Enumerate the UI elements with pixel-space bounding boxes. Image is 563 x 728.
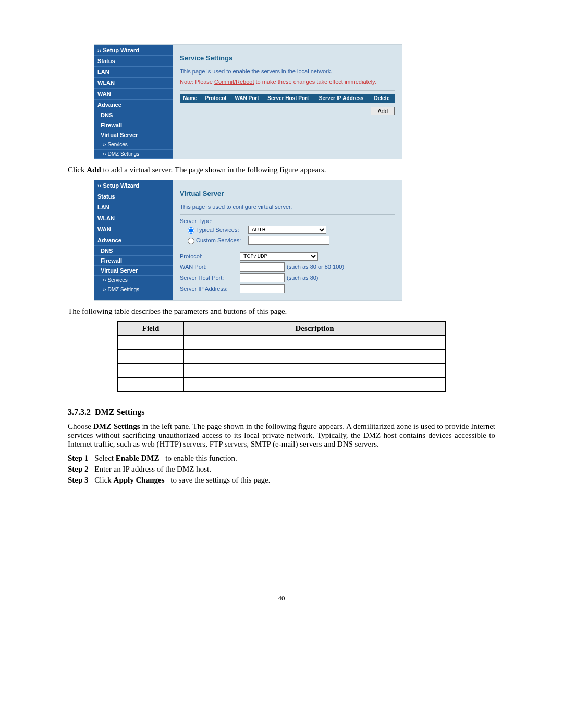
label-server-type: Server Type:	[180, 218, 240, 224]
label-server-host-port: Server Host Port:	[180, 275, 240, 281]
sidebar-lan[interactable]: LAN	[94, 202, 173, 213]
page-number: 40	[68, 594, 495, 602]
sidebar-status[interactable]: Status	[94, 191, 173, 202]
sidebar-setup-wizard[interactable]: ›› Setup Wizard	[94, 180, 173, 191]
sidebar: ›› Setup Wizard Status LAN WLAN WAN Adva…	[94, 180, 173, 300]
radio-custom-services[interactable]	[188, 238, 194, 244]
sidebar-status[interactable]: Status	[94, 56, 173, 67]
sidebar-wlan[interactable]: WLAN	[94, 213, 173, 224]
sidebar-dmz-settings[interactable]: ›› DMZ Settings	[94, 150, 173, 159]
th-wan-port: WAN Port	[231, 94, 264, 103]
table-row	[118, 336, 446, 350]
input-server-ip[interactable]	[240, 284, 285, 293]
heading-dmz-settings: 3.7.3.2 DMZ Settings	[68, 408, 495, 417]
th-protocol: Protocol	[202, 94, 232, 103]
step-2: Step 2 Enter an IP address of the DMZ ho…	[68, 465, 495, 474]
label-server-ip: Server IP Address:	[180, 286, 240, 292]
commit-reboot-link[interactable]: Commit/Reboot	[214, 79, 254, 85]
separator	[180, 214, 395, 215]
sidebar-dns[interactable]: DNS	[94, 110, 173, 120]
label-wan-port: WAN Port:	[180, 264, 240, 270]
sidebar-dmz-settings[interactable]: ›› DMZ Settings	[94, 285, 173, 294]
sidebar-services[interactable]: ›› Services	[94, 140, 173, 150]
content-pane: Service Settings This page is used to en…	[173, 45, 402, 159]
page-description: This page is used to enable the servers …	[180, 68, 395, 75]
label-protocol: Protocol:	[180, 253, 240, 260]
th-delete: Delete	[371, 94, 395, 103]
page-description: This page is used to configure virtual s…	[180, 204, 395, 210]
sidebar-services[interactable]: ›› Services	[94, 276, 173, 285]
input-custom-services[interactable]	[248, 236, 329, 245]
sidebar-wlan[interactable]: WLAN	[94, 78, 173, 89]
heading-virtual-server: Virtual Server	[180, 190, 395, 198]
th-server-host-port: Server Host Port	[264, 94, 315, 103]
note-commit-reboot: Note: Please Commit/Reboot to make these…	[180, 79, 395, 85]
parameters-table: Field Description	[117, 321, 446, 392]
sidebar-firewall[interactable]: Firewall	[94, 120, 173, 130]
paragraph-click-add: Click Add to add a virtual server. The p…	[68, 166, 495, 175]
paragraph-table-intro: The following table describes the parame…	[68, 307, 495, 316]
sidebar-advance[interactable]: Advance	[94, 100, 173, 110]
th-server-ip: Server IP Address	[316, 94, 371, 103]
sidebar-wan[interactable]: WAN	[94, 224, 173, 235]
hint-wan-port: (such as 80 or 80:100)	[287, 264, 344, 270]
input-server-host-port[interactable]	[240, 273, 285, 282]
sidebar-dns[interactable]: DNS	[94, 246, 173, 256]
table-row	[118, 364, 446, 378]
label-typical-services: Typical Services:	[196, 227, 248, 233]
hint-server-host-port: (such as 80)	[287, 275, 319, 281]
th-description: Description	[184, 322, 446, 336]
table-row	[118, 378, 446, 392]
select-typical-services[interactable]: AUTH	[248, 226, 326, 234]
sidebar-lan[interactable]: LAN	[94, 67, 173, 78]
screenshot-service-settings: ›› Setup Wizard Status LAN WLAN WAN Adva…	[94, 44, 402, 159]
label-custom-services: Custom Services:	[196, 237, 248, 243]
sidebar-setup-wizard[interactable]: ›› Setup Wizard	[94, 45, 173, 56]
step-3: Step 3 Click Apply Changes to save the s…	[68, 476, 495, 485]
screenshot-virtual-server: ›› Setup Wizard Status LAN WLAN WAN Adva…	[94, 180, 402, 301]
step-1: Step 1 Select Enable DMZ to enable this …	[68, 454, 495, 463]
content-pane: Virtual Server This page is used to conf…	[173, 180, 402, 300]
input-wan-port[interactable]	[240, 262, 285, 272]
paragraph-dmz-intro: Choose DMZ Settings in the left pane. Th…	[68, 422, 495, 449]
add-button[interactable]: Add	[371, 107, 395, 115]
sidebar-advance[interactable]: Advance	[94, 235, 173, 246]
sidebar: ›› Setup Wizard Status LAN WLAN WAN Adva…	[94, 45, 173, 159]
th-field: Field	[118, 322, 184, 336]
select-protocol[interactable]: TCP/UDP	[240, 252, 318, 261]
sidebar-wan[interactable]: WAN	[94, 89, 173, 100]
sidebar-firewall[interactable]: Firewall	[94, 256, 173, 266]
sidebar-virtual-server[interactable]: Virtual Server	[94, 266, 173, 276]
sidebar-virtual-server[interactable]: Virtual Server	[94, 130, 173, 140]
radio-typical-services[interactable]	[188, 227, 194, 234]
th-name: Name	[180, 94, 202, 103]
services-table: Name Protocol WAN Port Server Host Port …	[180, 94, 395, 103]
table-row	[118, 350, 446, 364]
separator	[180, 90, 395, 91]
heading-service-settings: Service Settings	[180, 54, 395, 62]
